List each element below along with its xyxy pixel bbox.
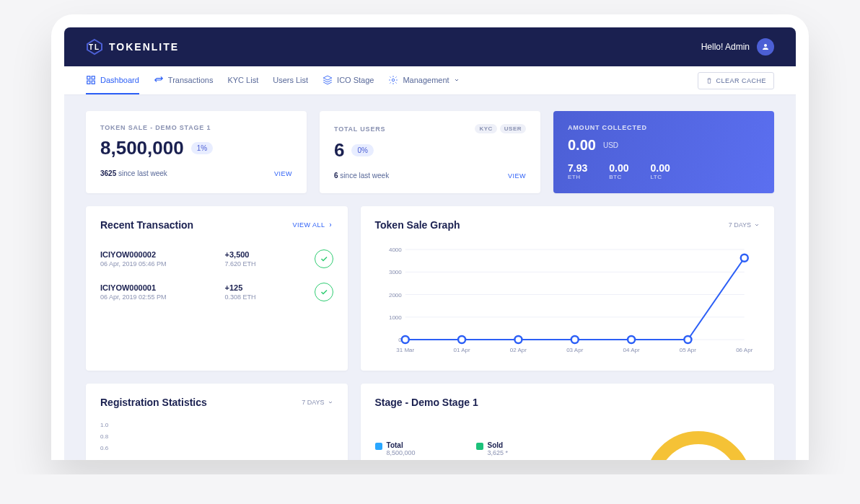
- recent-viewall[interactable]: VIEW ALL: [292, 221, 333, 229]
- nav-label: KYC List: [227, 76, 258, 84]
- tokensale-card: TOKEN SALE - DEMO STAGE 1 8,500,000 1% 3…: [86, 111, 307, 193]
- coin-val: 7.93: [568, 162, 587, 174]
- svg-text:06 Apr: 06 Apr: [736, 347, 752, 353]
- svg-text:02 Apr: 02 Apr: [509, 347, 526, 353]
- svg-point-18: [401, 336, 408, 343]
- legend-grid: Total8,500,000 Sold3,625 * Sale % Unsold: [375, 441, 563, 461]
- nav-kyc[interactable]: KYC List: [227, 66, 258, 94]
- logo[interactable]: TL TOKENLITE: [86, 38, 179, 56]
- chevron-down-icon: [328, 399, 333, 405]
- users-value: 6: [334, 139, 344, 162]
- clear-cache-button[interactable]: CLEAR CACHE: [698, 72, 774, 89]
- nav-users[interactable]: Users List: [273, 66, 308, 94]
- nav-management[interactable]: Management: [388, 66, 459, 94]
- chevron-down-icon: [754, 222, 760, 228]
- reg-range-dropdown[interactable]: 7 DAYS: [302, 399, 333, 406]
- line-chart: 0100020003000400031 Mar01 Apr02 Apr03 Ap…: [375, 242, 760, 358]
- chevron-down-icon: [454, 77, 460, 83]
- tokensale-value: 8,500,000: [100, 137, 184, 159]
- collected-title: AMOUNT COLLECTED: [568, 124, 647, 131]
- reg-title: Registration Statistics: [100, 397, 207, 408]
- user-pill[interactable]: USER: [500, 124, 526, 133]
- avatar[interactable]: [757, 38, 774, 56]
- content: TOKEN SALE - DEMO STAGE 1 8,500,000 1% 3…: [64, 95, 796, 460]
- coin-lbl: ETH: [568, 174, 587, 180]
- mid-row: Recent Transaction VIEW ALL ICIYOW000002…: [86, 206, 774, 371]
- table-row[interactable]: ICIYOW00000106 Apr, 2019 02:55 PM +1250.…: [100, 275, 333, 309]
- collected-unit: USD: [603, 141, 618, 149]
- user-area[interactable]: Hello! Admin: [701, 38, 774, 56]
- gear-icon: [388, 75, 398, 85]
- status-badge: [315, 283, 333, 301]
- svg-rect-5: [87, 81, 90, 84]
- gauge: 8,500,000 TLE: [637, 420, 760, 460]
- users-pct: 0%: [351, 144, 373, 156]
- laptop-frame: TL TOKENLITE Hello! Admin Dashboard Tran…: [51, 14, 809, 460]
- tx-id: ICIYOW000002: [100, 250, 167, 259]
- coin-lbl: LTC: [651, 174, 670, 180]
- svg-point-24: [740, 255, 747, 262]
- recent-title: Recent Transaction: [100, 219, 193, 231]
- stats-row: TOKEN SALE - DEMO STAGE 1 8,500,000 1% 3…: [86, 111, 774, 193]
- coin-lbl: BTC: [609, 174, 628, 180]
- tokensale-since-txt: since last week: [118, 169, 167, 177]
- graph-card: Token Sale Graph 7 DAYS 0100020003000400…: [361, 206, 774, 371]
- legend-value: 3,625 *: [488, 449, 509, 456]
- screen: TL TOKENLITE Hello! Admin Dashboard Tran…: [64, 27, 796, 460]
- tx-date: 06 Apr, 2019 05:46 PM: [100, 260, 167, 268]
- tx-sub: 0.308 ETH: [225, 293, 256, 301]
- kyc-pill[interactable]: KYC: [475, 124, 496, 133]
- legend-item: Total8,500,000: [375, 441, 462, 456]
- nav-transactions[interactable]: Transactions: [154, 66, 214, 94]
- nav-label: Transactions: [168, 76, 214, 84]
- svg-point-7: [392, 79, 395, 81]
- transfer-icon: [154, 75, 164, 85]
- coin-val: 0.00: [651, 162, 670, 174]
- nav-dashboard[interactable]: Dashboard: [86, 66, 139, 94]
- tokensale-since-val: 3625: [100, 169, 116, 177]
- svg-text:04 Apr: 04 Apr: [623, 347, 639, 353]
- stage-card: Stage - Demo Stage 1 Total8,500,000 Sold…: [361, 384, 774, 460]
- user-greeting: Hello! Admin: [701, 42, 750, 52]
- nav-label: ICO Stage: [337, 76, 374, 84]
- reg-card: Registration Statistics 7 DAYS 1.0 0.8 0…: [86, 384, 348, 460]
- svg-text:4000: 4000: [388, 247, 401, 253]
- legend-label: Total: [387, 441, 416, 449]
- brand-name: TOKENLITE: [109, 41, 179, 53]
- nav-label: Users List: [273, 76, 308, 84]
- collected-value: 0.00: [568, 137, 596, 154]
- nav-label: Dashboard: [100, 76, 139, 84]
- user-icon: [761, 43, 770, 51]
- svg-rect-3: [87, 76, 90, 79]
- recent-card: Recent Transaction VIEW ALL ICIYOW000002…: [86, 206, 348, 371]
- grid-icon: [86, 75, 96, 85]
- stage-title: Stage - Demo Stage 1: [375, 397, 478, 408]
- range-label: 7 DAYS: [729, 221, 751, 229]
- tokensale-view[interactable]: VIEW: [274, 170, 292, 177]
- users-since-val: 6: [334, 172, 338, 180]
- chart-area: 0100020003000400031 Mar01 Apr02 Apr03 Ap…: [375, 242, 760, 358]
- svg-point-2: [764, 44, 767, 47]
- check-icon: [320, 255, 328, 263]
- legend-value: 8,500,000: [387, 449, 416, 456]
- status-badge: [315, 249, 333, 268]
- layers-icon: [322, 75, 333, 85]
- tx-amt: +3,500: [225, 250, 256, 259]
- legend-color: [476, 443, 483, 450]
- svg-text:2000: 2000: [388, 292, 401, 299]
- chevron-right-icon: [328, 222, 333, 228]
- graph-range-dropdown[interactable]: 7 DAYS: [729, 221, 760, 229]
- table-row[interactable]: ICIYOW00000206 Apr, 2019 05:46 PM +3,500…: [100, 242, 333, 275]
- svg-text:3000: 3000: [388, 269, 401, 275]
- check-icon: [320, 288, 328, 296]
- svg-text:1000: 1000: [388, 314, 401, 321]
- svg-rect-4: [92, 76, 95, 79]
- legend-label: Sold: [488, 441, 509, 449]
- svg-point-19: [458, 336, 465, 343]
- nav-ico[interactable]: ICO Stage: [322, 66, 374, 94]
- users-view[interactable]: VIEW: [508, 172, 526, 180]
- logo-icon: TL: [86, 38, 103, 56]
- reg-yaxis: 1.0 0.8 0.6: [100, 420, 333, 454]
- svg-text:05 Apr: 05 Apr: [679, 347, 696, 353]
- navbar: Dashboard Transactions KYC List Users Li…: [64, 66, 796, 95]
